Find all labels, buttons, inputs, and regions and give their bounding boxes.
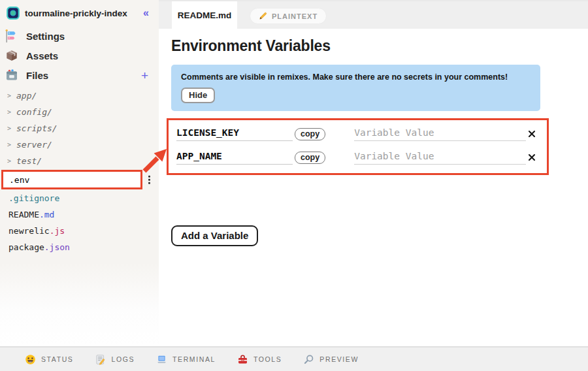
editor-content: Environment Variables Comments are visib… (159, 29, 588, 346)
folder-name: server/ (16, 140, 52, 150)
var-value-input[interactable] (354, 127, 526, 141)
folder-name: app/ (16, 91, 37, 101)
chevron-right-icon: > (7, 157, 11, 165)
file-options-kebab-icon[interactable] (146, 174, 152, 186)
copy-button[interactable]: copy (295, 128, 325, 140)
magnifier-preview-icon (303, 354, 314, 365)
statusbar-item-logs[interactable]: LOGS (95, 354, 135, 365)
file-item-readme[interactable]: README.md (0, 206, 159, 223)
remove-variable-button[interactable] (526, 152, 538, 163)
chevron-right-icon: > (7, 141, 11, 148)
sidebar-item-assets[interactable]: Assets (0, 46, 159, 65)
file-item-package[interactable]: package.json (0, 239, 159, 255)
statusbar-item-tools[interactable]: TOOLS (237, 354, 282, 365)
file-item-gitignore[interactable]: .gitignore (0, 190, 159, 206)
plaintext-label: PLAINTEXT (272, 12, 318, 20)
notice-text: Comments are visible in remixes. Make su… (181, 73, 531, 82)
smiley-status-icon (25, 354, 36, 365)
folder-name: scripts/ (16, 123, 57, 133)
folder-config[interactable]: > config/ (0, 104, 159, 120)
file-name: .env (9, 175, 29, 185)
statusbar-item-terminal[interactable]: TERMINAL (156, 354, 216, 365)
statusbar-label: TERMINAL (172, 355, 216, 363)
page-title: Environment Variables (171, 37, 588, 55)
statusbar-label: LOGS (111, 355, 135, 363)
sidebar: tourmaline-prickly-index « Settings (0, 0, 159, 346)
collapse-sidebar-icon[interactable]: « (143, 8, 149, 18)
file-item-newrelic[interactable]: newrelic.js (0, 223, 159, 239)
status-bar: STATUS LOGS TERMINAL (0, 346, 588, 371)
var-key-input[interactable] (176, 127, 293, 141)
hide-button[interactable]: Hide (181, 88, 215, 103)
add-variable-button[interactable]: Add a Variable (171, 225, 258, 246)
carp-streamer-icon (5, 29, 19, 43)
project-avatar[interactable] (7, 7, 20, 20)
var-value-input[interactable] (354, 151, 526, 165)
file-name: README (8, 210, 39, 219)
tab-strip: README.md PLAINTEXT (159, 0, 588, 29)
env-var-row: copy (176, 122, 539, 146)
comments-notice: Comments are visible in remixes. Make su… (171, 65, 540, 111)
folder-server[interactable]: > server/ (0, 137, 159, 153)
folder-scripts[interactable]: > scripts/ (0, 120, 159, 137)
close-x-icon (528, 130, 536, 138)
sidebar-nav: Settings Assets (0, 26, 159, 85)
file-name: newrelic (8, 226, 50, 236)
statusbar-label: PREVIEW (319, 355, 359, 363)
remove-variable-button[interactable] (526, 128, 538, 140)
sidebar-item-settings[interactable]: Settings (0, 26, 159, 46)
chevron-right-icon: > (7, 108, 11, 116)
toolbox-icon (237, 354, 248, 365)
folder-name: config/ (16, 107, 52, 117)
tab-readme[interactable]: README.md (172, 1, 237, 29)
sidebar-item-label: Settings (26, 31, 148, 42)
pencil-icon (259, 12, 267, 20)
project-name[interactable]: tourmaline-prickly-index (25, 8, 143, 18)
project-header: tourmaline-prickly-index « (0, 0, 159, 26)
file-name: package (8, 242, 44, 252)
card-file-box-icon (5, 68, 19, 82)
file-item-env[interactable]: .env (1, 170, 142, 189)
copy-button[interactable]: copy (295, 152, 325, 164)
folder-test[interactable]: > test/ (0, 153, 159, 169)
file-ext: .js (50, 226, 65, 236)
file-tree: > app/ > config/ > scripts/ > server/ > … (0, 85, 159, 255)
plaintext-toggle[interactable]: PLAINTEXT (250, 8, 327, 24)
statusbar-item-status[interactable]: STATUS (25, 354, 73, 365)
chevron-right-icon: > (7, 125, 11, 132)
file-item-env-wrap: .env (0, 169, 159, 190)
folder-name: test/ (16, 156, 42, 166)
package-icon (5, 48, 19, 63)
memo-logs-icon (95, 354, 106, 365)
laptop-terminal-icon (156, 354, 167, 365)
file-name: .gitignore (8, 193, 59, 203)
chevron-right-icon: > (7, 92, 11, 99)
env-var-row: copy (176, 146, 539, 169)
close-x-icon (528, 153, 536, 161)
statusbar-item-preview[interactable]: PREVIEW (303, 354, 359, 365)
sidebar-item-label: Files (26, 70, 141, 81)
statusbar-label: STATUS (41, 355, 73, 363)
statusbar-label: TOOLS (253, 355, 282, 363)
sidebar-item-files[interactable]: Files + (0, 65, 159, 85)
file-ext: .json (44, 242, 70, 252)
file-ext: .md (39, 210, 54, 219)
var-key-input[interactable] (176, 151, 293, 165)
add-file-button[interactable]: + (141, 69, 148, 82)
env-vars-box: copy copy (167, 118, 549, 175)
folder-app[interactable]: > app/ (0, 88, 159, 104)
sidebar-item-label: Assets (26, 50, 148, 61)
glitch-editor-window: tourmaline-prickly-index « Settings (0, 0, 588, 371)
